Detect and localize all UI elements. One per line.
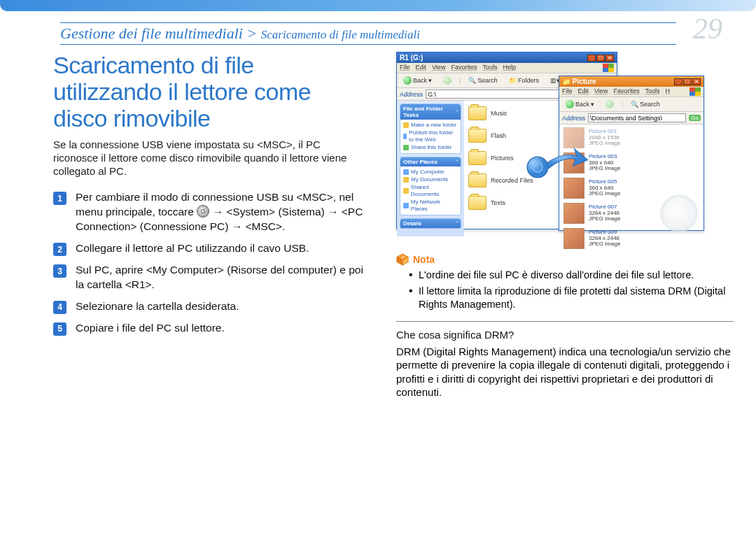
nota-box: ✓ Nota L'ordine dei file sul PC è divers… <box>396 253 734 399</box>
drm-answer: DRM (Digital Rights Management) indica u… <box>396 345 734 399</box>
picture-item-1[interactable]: Picture 0012048 x 1536JPEG Image <box>564 127 699 148</box>
address-label: Address <box>562 115 585 122</box>
step-1: Per cambiare il modo di connessione USB … <box>53 190 368 234</box>
minimize-icon[interactable]: _ <box>674 78 682 85</box>
image-thumb-icon <box>564 127 584 148</box>
step-5: Copiare i file del PC sul lettore. <box>53 321 368 336</box>
forward-button[interactable] <box>440 75 455 86</box>
image-thumb-icon <box>564 228 584 249</box>
panel-file-tasks: File and Folder Tasksˆ Make a new folder… <box>400 104 461 154</box>
step-4: Selezionare la cartella desiderata. <box>53 299 368 314</box>
link-shared-docs[interactable]: Shared Documents <box>403 184 458 198</box>
forward-button[interactable] <box>602 99 617 110</box>
panel-other-places: Other Placesˆ My Computer My Documents S… <box>400 157 461 215</box>
nota-item-2: Il lettore limita la riproduzione di fil… <box>419 285 734 311</box>
nota-label: Nota <box>413 254 435 265</box>
win2-menubar: File Edit View Favorites Tools H <box>559 87 704 97</box>
folder-icon <box>468 106 486 120</box>
steps-list: Per cambiare il modo di connessione USB … <box>53 190 368 335</box>
chevron-up-icon[interactable]: ˆ <box>456 109 458 115</box>
link-my-computer[interactable]: My Computer <box>403 169 458 176</box>
chevron-down-icon[interactable]: ˇ <box>456 220 458 227</box>
menu-view[interactable]: View <box>594 87 608 96</box>
chevron-up-icon[interactable]: ˆ <box>456 159 458 165</box>
folder-icon <box>468 196 486 210</box>
window-controls: _ □ × <box>587 55 614 62</box>
maximize-icon[interactable]: □ <box>683 78 692 85</box>
win1-sidebar: File and Folder Tasksˆ Make a new folder… <box>397 101 464 236</box>
forward-arrow-icon <box>606 100 614 108</box>
svg-text:✓: ✓ <box>401 255 405 260</box>
image-thumb-icon <box>564 152 584 173</box>
minimize-icon[interactable]: _ <box>587 55 596 62</box>
nota-item-1: L'ordine dei file sul PC è diverso dall'… <box>419 269 734 282</box>
win2-toolbar: Back ▾ | 🔍 Search <box>559 97 704 112</box>
step-3: Sul PC, aprire <My Computer> (Risorse de… <box>53 263 368 292</box>
breadcrumb: Gestione dei file multimediali > Scarica… <box>60 22 676 45</box>
panel-details: Detailsˇ <box>400 218 461 229</box>
close-icon[interactable]: × <box>692 78 701 85</box>
win1-menubar: File Edit View Favorites Tools Help <box>397 63 617 73</box>
explorer-window-picture: 📁 Picture _ □ × File Edit View Favorites… <box>559 76 704 231</box>
note-cube-icon: ✓ <box>396 253 409 266</box>
menu-favorites[interactable]: Favorites <box>451 64 477 72</box>
image-thumb-icon <box>564 178 584 199</box>
go-button[interactable]: Go <box>689 115 701 121</box>
breadcrumb-separator: > <box>243 24 261 42</box>
address-input[interactable] <box>588 113 686 122</box>
explorer-screenshot: R1 (G:) _ □ × File Edit View Favorites T… <box>396 52 704 234</box>
task-make-folder[interactable]: Make a new folder <box>403 122 458 129</box>
menu-file[interactable]: File <box>562 87 573 96</box>
intro-paragraph: Se la connessione USB viene impostata su… <box>53 138 368 178</box>
maximize-icon[interactable]: □ <box>596 55 605 62</box>
link-network-places[interactable]: My Network Places <box>403 199 458 213</box>
breadcrumb-subsection: Scaricamento di file multimediali <box>261 28 420 41</box>
breadcrumb-section: Gestione dei file multimediali <box>60 24 243 42</box>
windows-flag-icon <box>603 64 614 72</box>
folder-icon <box>468 129 486 143</box>
address-label: Address <box>400 91 423 98</box>
window-controls: _ □ × <box>674 78 701 85</box>
menu-edit[interactable]: Edit <box>416 64 427 72</box>
page-title: Scaricamento di file utilizzando il lett… <box>53 52 368 132</box>
back-button[interactable]: Back ▾ <box>562 99 598 110</box>
forward-arrow-icon <box>443 76 451 85</box>
back-arrow-icon <box>403 76 412 85</box>
drm-question: Che cosa significa DRM? <box>396 329 734 341</box>
menu-favorites[interactable]: Favorites <box>613 87 639 96</box>
menu-help[interactable]: H <box>665 87 670 96</box>
menu-help[interactable]: Help <box>503 64 516 72</box>
menu-file[interactable]: File <box>400 64 410 72</box>
right-column: R1 (G:) _ □ × File Edit View Favorites T… <box>396 52 734 519</box>
task-share[interactable]: Share this folder <box>403 144 458 151</box>
win2-addressbar: Address Go <box>559 112 704 125</box>
folders-button[interactable]: 📁 Folders <box>505 76 542 85</box>
back-button[interactable]: Back ▾ <box>400 75 435 86</box>
menu-edit[interactable]: Edit <box>578 87 589 96</box>
folder-icon <box>468 151 486 165</box>
menu-tools[interactable]: Tools <box>645 87 659 96</box>
gear-icon <box>197 205 209 218</box>
win2-content: Picture 0012048 x 1536JPEG Image Picture… <box>559 125 704 238</box>
windows-flag-icon <box>690 87 701 96</box>
divider <box>396 321 734 322</box>
close-icon[interactable]: × <box>606 55 614 62</box>
globe-watermark-icon <box>660 194 698 232</box>
folder-icon <box>468 173 486 187</box>
menu-view[interactable]: View <box>432 64 445 72</box>
image-thumb-icon <box>564 203 584 224</box>
win2-title: Picture <box>573 78 596 85</box>
win1-titlebar: R1 (G:) _ □ × <box>397 52 617 63</box>
page-number: 29 <box>693 14 722 43</box>
panel-tasks-title: File and Folder Tasks <box>403 106 456 118</box>
picture-item-2[interactable]: Picture 003360 x 640JPEG Image <box>564 152 699 173</box>
top-accent-bar <box>0 0 756 11</box>
panel-other-title: Other Places <box>403 159 438 165</box>
task-publish[interactable]: Publish this folder to the Web <box>403 129 458 143</box>
back-arrow-icon <box>566 100 574 108</box>
win1-title: R1 (G:) <box>400 54 423 62</box>
search-button[interactable]: 🔍 Search <box>465 76 501 85</box>
menu-tools[interactable]: Tools <box>482 64 497 72</box>
link-my-documents[interactable]: My Documents <box>403 176 458 183</box>
search-button[interactable]: 🔍 Search <box>627 99 664 109</box>
